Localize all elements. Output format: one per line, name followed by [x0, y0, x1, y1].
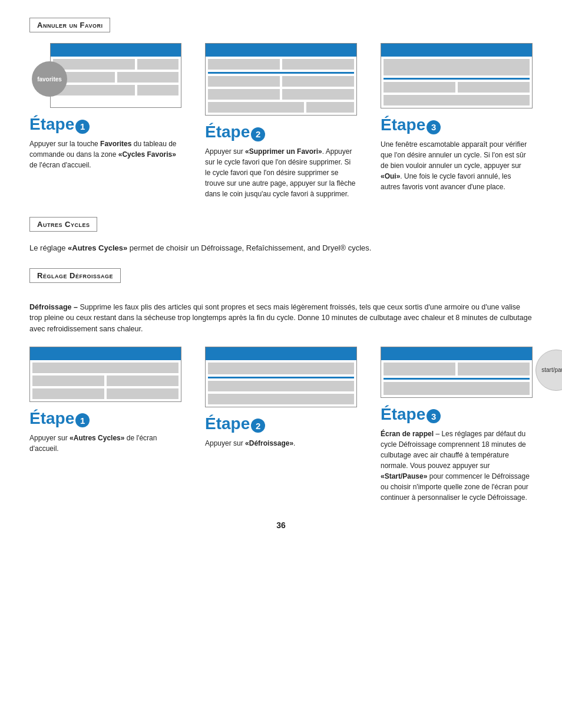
- screen-divider: [384, 78, 530, 80]
- reglage-defroissage-desc: Défroissage – Supprime les faux plis des…: [29, 302, 533, 335]
- defroissage-steps-row: Étape 1 Appuyer sur «Autres Cycles» de l…: [29, 347, 533, 503]
- defrois-etape-3-heading: Étape 3: [381, 405, 533, 424]
- defroissage-step-2: Étape 2 Appuyer sur «Défroissage».: [205, 347, 357, 503]
- screen-divider: [384, 378, 530, 380]
- screen-body: [206, 360, 356, 407]
- screen-row: [53, 72, 178, 83]
- autres-cycles-section: Autres Cycles Le réglage «Autres Cycles»…: [29, 217, 533, 254]
- screen-row: [53, 59, 178, 70]
- screen-body: [30, 360, 181, 401]
- screen-body: [381, 360, 532, 397]
- defrois-step2-screen: [205, 347, 357, 407]
- screen-body: [206, 57, 356, 115]
- annuler-steps-row: favorites Étape 1 Appuyer sur la touche …: [29, 43, 533, 199]
- screen-cell: [137, 85, 178, 95]
- screen-cell: [208, 381, 354, 391]
- defrois-step3-screen-wrapper: start/pause: [381, 347, 533, 398]
- screen-cell: [208, 394, 354, 404]
- favorites-button[interactable]: favorites: [32, 61, 67, 97]
- screen-cell: [107, 388, 178, 399]
- step1-screen: favorites: [50, 43, 181, 108]
- defrois-etape-2-heading: Étape 2: [205, 414, 357, 433]
- screen-cell: [137, 59, 178, 70]
- reglage-header-block: Réglage Défroissage: [29, 268, 533, 294]
- screen-cell: [384, 82, 455, 93]
- screen-divider: [208, 377, 354, 378]
- screen-cell: [208, 76, 280, 87]
- step-1-desc: Appuyer sur la touche Favorites du table…: [29, 139, 181, 170]
- reglage-defroissage-section: Réglage Défroissage Défroissage – Suppri…: [29, 268, 533, 503]
- screen-cell: [282, 89, 354, 100]
- annuler-favori-section: Annuler un Favori: [29, 18, 533, 199]
- screen-cell: [458, 363, 530, 375]
- autres-cycles-desc: Le réglage «Autres Cycles» permet de cho…: [29, 242, 533, 254]
- page-number: 36: [29, 521, 533, 530]
- screen-top-bar: [381, 44, 532, 57]
- screen-cell: [208, 59, 280, 70]
- screen-cell: [117, 72, 179, 83]
- screen-cell: [384, 363, 455, 375]
- screen-cell: [282, 76, 354, 87]
- screen-cell: [282, 59, 354, 70]
- screen-cell: [208, 363, 354, 374]
- screen-cell: [53, 59, 135, 70]
- defrois-step-2-desc: Appuyer sur «Défroissage».: [205, 438, 357, 449]
- annuler-step-3: Étape 3 Une fenêtre escamotable apparaît…: [381, 43, 533, 199]
- screen-cell: [384, 95, 530, 106]
- screen-cell: [208, 89, 280, 100]
- screen-cell: [208, 102, 304, 113]
- screen-cell: [384, 382, 530, 395]
- autres-cycles-header: Autres Cycles: [29, 217, 97, 232]
- etape-1-heading: Étape 1: [29, 115, 181, 134]
- annuler-step-2: Étape 2 Appuyer sur «Supprimer un Favori…: [205, 43, 357, 199]
- etape-2-heading: Étape 2: [205, 123, 357, 141]
- step2-screen: [205, 43, 357, 116]
- screen-cell: [384, 59, 530, 75]
- screen-row: [53, 85, 178, 95]
- defrois-step3-screen: [381, 347, 533, 398]
- annuler-step-1: favorites Étape 1 Appuyer sur la touche …: [29, 43, 181, 199]
- annuler-favori-header: Annuler un Favori: [29, 18, 110, 32]
- screen-top-bar: [30, 347, 181, 360]
- screen-cell: [32, 388, 104, 399]
- start-pause-button[interactable]: start/pause: [535, 350, 562, 391]
- screen-top-bar: [206, 347, 356, 360]
- screen-cell: [32, 363, 178, 373]
- step3-screen: [381, 43, 533, 108]
- screen-cell: [32, 375, 104, 386]
- defrois-step-1-desc: Appuyer sur «Autres Cycles» de l'écran d…: [29, 433, 181, 454]
- screen-top-bar: [381, 347, 532, 360]
- screen-cell: [306, 102, 354, 113]
- top-bar: [51, 44, 181, 57]
- screen-cell: [107, 375, 178, 386]
- defroissage-step-3: start/pause Étape 3 Écran de rappel – Le…: [381, 347, 533, 503]
- reglage-defroissage-header: Réglage Défroissage: [29, 268, 121, 283]
- screen-cell: [458, 82, 530, 93]
- defrois-step1-screen: [29, 347, 181, 402]
- defrois-etape-1-heading: Étape 1: [29, 409, 181, 428]
- screen-divider: [208, 72, 354, 74]
- step-2-desc: Appuyer sur «Supprimer un Favori». Appuy…: [205, 146, 357, 199]
- defrois-step-3-desc: Écran de rappel – Les réglages par défau…: [381, 429, 533, 503]
- screen-body: [51, 57, 181, 100]
- defroissage-step-1: Étape 1 Appuyer sur «Autres Cycles» de l…: [29, 347, 181, 503]
- screen-body: [381, 57, 532, 108]
- screen-top-bar: [206, 44, 356, 57]
- step-3-desc: Une fenêtre escamotable apparaît pour vé…: [381, 139, 533, 192]
- etape-3-heading: Étape 3: [381, 116, 533, 134]
